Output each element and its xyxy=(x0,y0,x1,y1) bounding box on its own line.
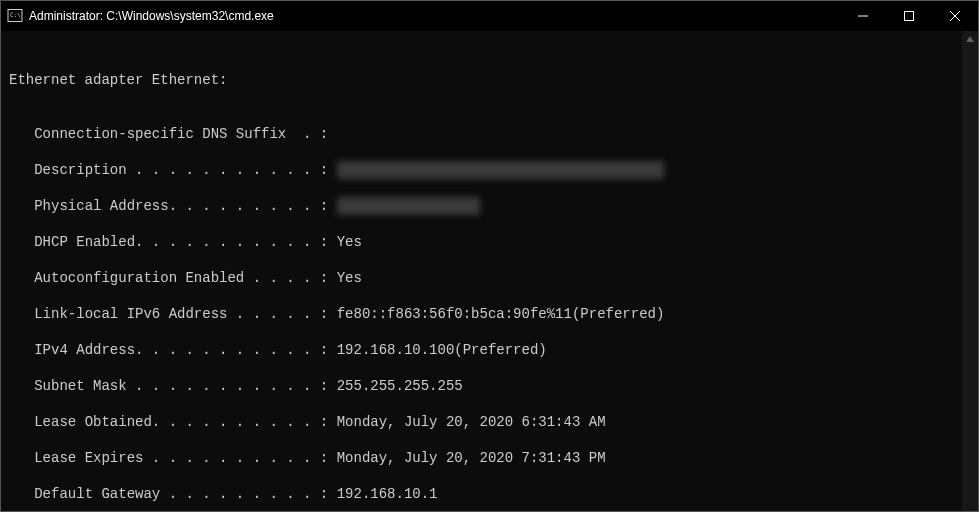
minimize-button[interactable] xyxy=(840,1,886,31)
terminal-output[interactable]: Ethernet adapter Ethernet: Connection-sp… xyxy=(1,31,962,511)
close-button[interactable] xyxy=(932,1,978,31)
maximize-button[interactable] xyxy=(886,1,932,31)
svg-rect-3 xyxy=(905,12,914,21)
window-controls xyxy=(840,1,978,31)
titlebar: C:\ Administrator: C:\Windows\system32\c… xyxy=(1,1,978,31)
field-default-gateway: Default Gateway . . . . . . . . . : 192.… xyxy=(9,485,954,503)
svg-marker-6 xyxy=(966,36,974,42)
field-lease-obtained: Lease Obtained. . . . . . . . . . : Mond… xyxy=(9,413,954,431)
field-dns-suffix: Connection-specific DNS Suffix . : xyxy=(9,125,954,143)
titlebar-left: C:\ Administrator: C:\Windows\system32\c… xyxy=(7,8,274,24)
field-ipv6-link-local: Link-local IPv6 Address . . . . . : fe80… xyxy=(9,305,954,323)
field-autoconfig: Autoconfiguration Enabled . . . . : Yes xyxy=(9,269,954,287)
field-lease-expires: Lease Expires . . . . . . . . . . : Mond… xyxy=(9,449,954,467)
scroll-up-icon[interactable] xyxy=(962,31,978,47)
window-title: Administrator: C:\Windows\system32\cmd.e… xyxy=(29,9,274,23)
field-description: Description . . . . . . . . . . . : Inte… xyxy=(9,161,954,179)
field-subnet-mask: Subnet Mask . . . . . . . . . . . : 255.… xyxy=(9,377,954,395)
vertical-scrollbar[interactable] xyxy=(962,31,978,511)
field-physical-address: Physical Address. . . . . . . . . : 00-1… xyxy=(9,197,954,215)
cmd-icon: C:\ xyxy=(7,8,23,24)
field-dhcp-enabled: DHCP Enabled. . . . . . . . . . . : Yes xyxy=(9,233,954,251)
adapter-header: Ethernet adapter Ethernet: xyxy=(9,71,954,89)
redacted-value: 00-11-22-33-44-55 xyxy=(337,197,480,215)
field-ipv4-address: IPv4 Address. . . . . . . . . . . : 192.… xyxy=(9,341,954,359)
redacted-value: Intel(R) Ethernet Connection (2) I219-V xyxy=(337,161,665,179)
svg-text:C:\: C:\ xyxy=(10,11,21,18)
